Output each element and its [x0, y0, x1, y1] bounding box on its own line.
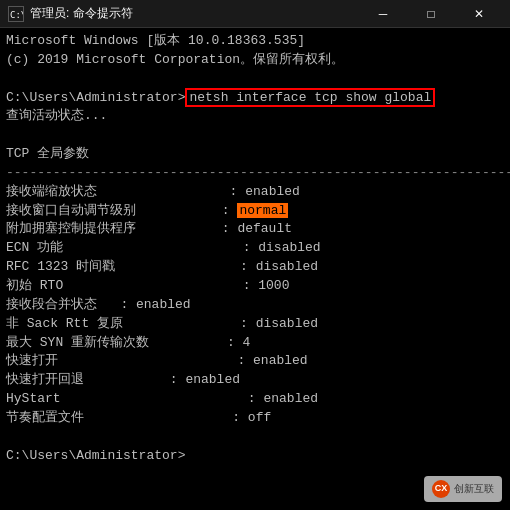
minimize-button[interactable]: ─ — [360, 0, 406, 28]
svg-text:C:\: C:\ — [10, 10, 23, 20]
line-autotuning: 接收窗口自动调节级别 : normal — [6, 202, 504, 221]
line-rto: 初始 RTO : 1000 — [6, 277, 504, 296]
line-title: TCP 全局参数 — [6, 145, 504, 164]
normal-value: normal — [237, 203, 288, 218]
window-title: 管理员: 命令提示符 — [30, 5, 360, 22]
line-blank2 — [6, 428, 504, 447]
terminal-content[interactable]: Microsoft Windows [版本 10.0.18363.535] (c… — [0, 28, 510, 510]
line-rfc1323: RFC 1323 时间戳 : disabled — [6, 258, 504, 277]
cmd-icon: C:\ — [8, 6, 24, 22]
line-ecn: ECN 功能 : disabled — [6, 239, 504, 258]
line-1: Microsoft Windows [版本 10.0.18363.535] — [6, 32, 504, 51]
line-rcvwin: 接收端缩放状态 : enabled — [6, 183, 504, 202]
line-nonsack: 非 Sack Rtt 复原 : disabled — [6, 315, 504, 334]
line-querying: 查询活动状态... — [6, 107, 504, 126]
line-separator: ----------------------------------------… — [6, 164, 504, 183]
line-command: C:\Users\Administrator>netsh interface t… — [6, 89, 504, 108]
line-pacing: 节奏配置文件 : off — [6, 409, 504, 428]
line-hystart: HyStart : enabled — [6, 390, 504, 409]
watermark-logo: CX — [432, 480, 450, 498]
line-2: (c) 2019 Microsoft Corporation。保留所有权利。 — [6, 51, 504, 70]
line-maxsyn: 最大 SYN 重新传输次数 : 4 — [6, 334, 504, 353]
line-blank1 — [6, 126, 504, 145]
line-3 — [6, 70, 504, 89]
titlebar: C:\ 管理员: 命令提示符 ─ □ ✕ — [0, 0, 510, 28]
close-button[interactable]: ✕ — [456, 0, 502, 28]
line-prompt: C:\Users\Administrator> — [6, 447, 504, 466]
watermark-text: 创新互联 — [454, 482, 494, 497]
line-rsc: 接收段合并状态 : enabled — [6, 296, 504, 315]
line-fastopenopen: 快速打开 : enabled — [6, 352, 504, 371]
watermark: CX 创新互联 — [424, 476, 502, 502]
cmd-window: C:\ 管理员: 命令提示符 ─ □ ✕ Microsoft Windows [… — [0, 0, 510, 510]
command-highlight: netsh interface tcp show global — [185, 88, 435, 107]
maximize-button[interactable]: □ — [408, 0, 454, 28]
line-congestion: 附加拥塞控制提供程序 : default — [6, 220, 504, 239]
line-fastopenfall: 快速打开回退 : enabled — [6, 371, 504, 390]
window-controls: ─ □ ✕ — [360, 0, 502, 28]
